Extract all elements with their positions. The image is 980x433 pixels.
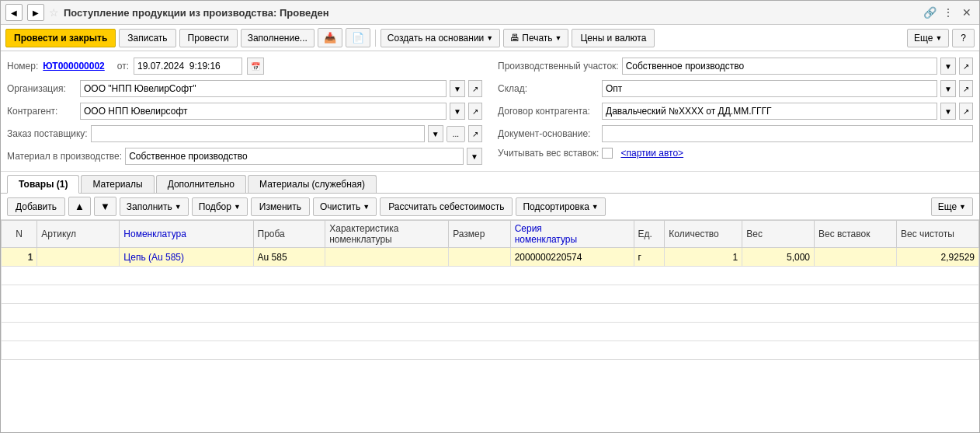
table-fill-button[interactable]: Заполнить ▼ bbox=[120, 197, 189, 216]
contractor-open-btn[interactable]: ↗ bbox=[468, 103, 482, 120]
contract-label: Договор контрагента: bbox=[498, 106, 599, 117]
material-prod-input[interactable] bbox=[125, 148, 464, 165]
move-down-button[interactable]: ▼ bbox=[94, 197, 116, 216]
help-button[interactable]: ? bbox=[952, 29, 975, 47]
close-icon[interactable]: ✕ bbox=[959, 5, 975, 20]
chevron-down-icon-3: ▼ bbox=[935, 34, 942, 42]
supplier-order-open-btn[interactable]: ↗ bbox=[468, 125, 482, 142]
warehouse-open-btn[interactable]: ↗ bbox=[959, 80, 973, 97]
prod-area-open-btn[interactable]: ↗ bbox=[959, 58, 973, 75]
col-weight: Вес bbox=[742, 221, 815, 248]
org-dropdown-btn[interactable]: ▼ bbox=[450, 80, 465, 97]
org-row: Организация: ▼ ↗ bbox=[7, 79, 482, 99]
upload-icon-button[interactable]: 📥 bbox=[318, 28, 342, 47]
clear-button[interactable]: Очистить ▼ bbox=[313, 197, 377, 216]
table-icon-button[interactable]: 📄 bbox=[346, 28, 370, 47]
doc-basis-label: Документ-основание: bbox=[498, 128, 599, 139]
sort-button[interactable]: Подсортировка ▼ bbox=[516, 197, 605, 216]
tab-materials-service[interactable]: Материалы (служебная) bbox=[248, 175, 377, 193]
weight-inserts-label: Учитывать вес вставок: bbox=[498, 148, 599, 159]
contractor-dropdown-btn[interactable]: ▼ bbox=[450, 103, 465, 120]
table-row[interactable]: 1 Цепь (Au 585) Au 585 2000000220574 г 1… bbox=[2, 248, 979, 267]
contract-dropdown-btn[interactable]: ▼ bbox=[940, 103, 956, 120]
weight-inserts-checkbox[interactable] bbox=[602, 148, 613, 159]
tab-additional[interactable]: Дополнительно bbox=[156, 175, 246, 193]
prod-area-input[interactable] bbox=[622, 58, 937, 75]
goods-table: N Артикул Номенклатура Проба Характерист… bbox=[1, 220, 979, 360]
main-window: ◀ ▶ ☆ Поступление продукции из производс… bbox=[0, 0, 980, 433]
contractor-input[interactable] bbox=[80, 103, 447, 120]
add-button[interactable]: Добавить bbox=[7, 197, 65, 216]
supplier-order-more-btn[interactable]: ... bbox=[447, 126, 465, 142]
supplier-order-dropdown-btn[interactable]: ▼ bbox=[428, 125, 443, 142]
org-open-btn[interactable]: ↗ bbox=[468, 80, 482, 97]
prod-area-row: Производственный участок: ▼ ↗ bbox=[498, 56, 973, 76]
weight-inserts-row: Учитывать вес вставок: <партии авто> bbox=[498, 146, 973, 160]
chevron-more-icon: ▼ bbox=[959, 203, 966, 211]
post-button[interactable]: Провести bbox=[179, 29, 238, 47]
nomer-value[interactable]: ЮТ000000002 bbox=[43, 61, 104, 72]
fill-button[interactable]: Заполнение... bbox=[241, 29, 315, 47]
contract-open-btn[interactable]: ↗ bbox=[959, 103, 973, 120]
cell-n: 1 bbox=[2, 248, 37, 267]
col-size: Размер bbox=[449, 221, 510, 248]
move-up-button[interactable]: ▲ bbox=[68, 197, 91, 216]
table-header-row: N Артикул Номенклатура Проба Характерист… bbox=[2, 221, 979, 248]
cell-proba: Au 585 bbox=[253, 248, 325, 267]
warehouse-input[interactable] bbox=[602, 80, 937, 97]
forward-button[interactable]: ▶ bbox=[27, 4, 44, 21]
more-button[interactable]: Еще ▼ bbox=[907, 29, 949, 47]
contractor-row: Контрагент: ▼ ↗ bbox=[7, 101, 482, 121]
select-button[interactable]: Подбор ▼ bbox=[192, 197, 248, 216]
separator-1 bbox=[375, 30, 376, 47]
supplier-order-label: Заказ поставщику: bbox=[7, 128, 88, 139]
col-nomenclature: Номенклатура bbox=[120, 221, 253, 248]
tab-goods[interactable]: Товары (1) bbox=[7, 175, 79, 194]
cell-unit: г bbox=[634, 248, 665, 267]
table-row-empty-1 bbox=[2, 267, 979, 285]
supplier-order-row: Заказ поставщику: ▼ ... ↗ bbox=[7, 124, 482, 144]
print-button[interactable]: 🖶 Печать ▼ bbox=[503, 29, 568, 47]
favorite-icon[interactable]: ☆ bbox=[49, 6, 59, 19]
chevron-clear-icon: ▼ bbox=[363, 203, 370, 211]
calc-cost-button[interactable]: Рассчитать себестоимость bbox=[380, 197, 513, 216]
supplier-order-input[interactable] bbox=[91, 125, 425, 142]
link-icon[interactable]: 🔗 bbox=[922, 5, 937, 20]
prices-currency-button[interactable]: Цены и валюта bbox=[572, 29, 655, 47]
table-row-empty-5 bbox=[2, 341, 979, 360]
table-row-empty-4 bbox=[2, 323, 979, 341]
date-input[interactable] bbox=[134, 58, 242, 75]
more-icon[interactable]: ⋮ bbox=[940, 5, 956, 20]
warehouse-dropdown-btn[interactable]: ▼ bbox=[940, 80, 956, 97]
window-title: Поступление продукции из производства: П… bbox=[64, 7, 917, 19]
main-toolbar: Провести и закрыть Записать Провести Зап… bbox=[1, 25, 979, 51]
cell-weight: 5,000 bbox=[742, 248, 815, 267]
table-toolbar: Добавить ▲ ▼ Заполнить ▼ Подбор ▼ Измени… bbox=[1, 194, 979, 220]
table-wrapper: N Артикул Номенклатура Проба Характерист… bbox=[1, 220, 979, 432]
back-button[interactable]: ◀ bbox=[5, 4, 23, 21]
weight-inserts-link[interactable]: <партии авто> bbox=[620, 148, 683, 159]
material-prod-label: Материал в производстве: bbox=[7, 151, 122, 162]
tab-materials[interactable]: Материалы bbox=[81, 175, 154, 193]
create-basis-button[interactable]: Создать на основании ▼ bbox=[381, 29, 500, 47]
col-weight-purity: Вес чистоты bbox=[896, 221, 978, 248]
org-label: Организация: bbox=[7, 83, 77, 94]
nomer-row: Номер: ЮТ000000002 от: 📅 bbox=[7, 56, 482, 76]
contract-input[interactable] bbox=[602, 103, 937, 120]
col-proba: Проба bbox=[253, 221, 325, 248]
table-more-button[interactable]: Еще ▼ bbox=[931, 197, 973, 216]
post-and-close-button[interactable]: Провести и закрыть bbox=[5, 29, 116, 47]
save-button[interactable]: Записать bbox=[119, 29, 175, 47]
calendar-icon-button[interactable]: 📅 bbox=[247, 58, 264, 75]
org-input[interactable] bbox=[80, 80, 447, 97]
doc-basis-input[interactable] bbox=[602, 125, 973, 142]
change-button[interactable]: Изменить bbox=[251, 197, 310, 216]
cell-series: 2000000220574 bbox=[510, 248, 634, 267]
warehouse-label: Склад: bbox=[498, 83, 599, 94]
cell-nomenclature: Цепь (Au 585) bbox=[120, 248, 253, 267]
cell-weight-inserts bbox=[815, 248, 897, 267]
title-icons: 🔗 ⋮ ✕ bbox=[922, 5, 975, 20]
contractor-label: Контрагент: bbox=[7, 106, 77, 117]
material-prod-dropdown-btn[interactable]: ▼ bbox=[467, 148, 482, 165]
prod-area-dropdown-btn[interactable]: ▼ bbox=[940, 58, 956, 75]
